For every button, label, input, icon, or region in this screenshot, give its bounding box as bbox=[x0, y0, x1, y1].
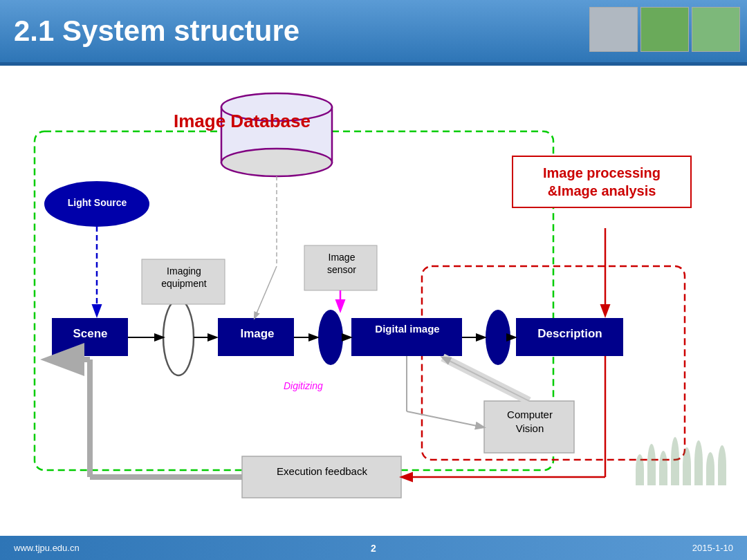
grass-8 bbox=[718, 445, 726, 485]
grass-1 bbox=[636, 454, 644, 485]
footer-url: www.tjpu.edu.cn bbox=[14, 543, 80, 553]
slide-header: 2.1 System structure bbox=[0, 0, 747, 62]
execution-feedback-label: Execution feedback bbox=[248, 465, 396, 477]
svg-point-4 bbox=[221, 149, 332, 176]
header-image-2 bbox=[640, 7, 689, 52]
digital-image-label: Digital image bbox=[356, 323, 459, 335]
light-source-label: Light Source bbox=[57, 197, 137, 208]
svg-point-11 bbox=[318, 310, 343, 365]
slide-footer: www.tjpu.edu.cn 2 2015-1-10 bbox=[0, 536, 747, 560]
header-images bbox=[589, 7, 740, 52]
footer-page: 2 bbox=[371, 543, 376, 554]
header-image-3 bbox=[692, 7, 740, 52]
svg-rect-0 bbox=[35, 131, 553, 470]
header-image-1 bbox=[589, 7, 638, 52]
diagram-svg bbox=[14, 73, 733, 512]
svg-rect-28 bbox=[242, 456, 401, 498]
diagram-container: Image Database Image processing&Image an… bbox=[14, 73, 733, 512]
image-sensor-label: Imagesensor bbox=[308, 251, 375, 276]
image-database-label: Image Database bbox=[173, 111, 311, 132]
scene-label: Scene bbox=[61, 327, 120, 341]
image-processing-box: Image processing&Image analysis bbox=[512, 156, 692, 208]
footer-date: 2015-1-10 bbox=[692, 543, 733, 553]
svg-line-27 bbox=[443, 357, 529, 401]
grass-3 bbox=[659, 451, 667, 485]
svg-line-36 bbox=[255, 266, 277, 318]
image-label: Image bbox=[226, 327, 288, 341]
svg-point-7 bbox=[163, 299, 194, 375]
slide-title: 2.1 System structure bbox=[14, 15, 299, 48]
grass-5 bbox=[683, 447, 691, 485]
digitizing-label: Digitizing bbox=[284, 380, 323, 391]
computer-vision-label: ComputerVision bbox=[488, 408, 571, 435]
grass-6 bbox=[694, 440, 703, 485]
imaging-equipment-label: Imagingequipment bbox=[147, 265, 221, 290]
grass-7 bbox=[706, 452, 714, 485]
slide-content: Image Database Image processing&Image an… bbox=[0, 66, 747, 536]
description-label: Description bbox=[519, 327, 621, 341]
svg-line-26 bbox=[443, 357, 529, 401]
watermark-decoration bbox=[636, 437, 726, 485]
image-processing-label: Image processing&Image analysis bbox=[543, 165, 661, 198]
svg-line-25 bbox=[407, 411, 483, 427]
grass-2 bbox=[647, 444, 656, 485]
svg-point-15 bbox=[486, 310, 510, 365]
grass-4 bbox=[671, 437, 679, 485]
